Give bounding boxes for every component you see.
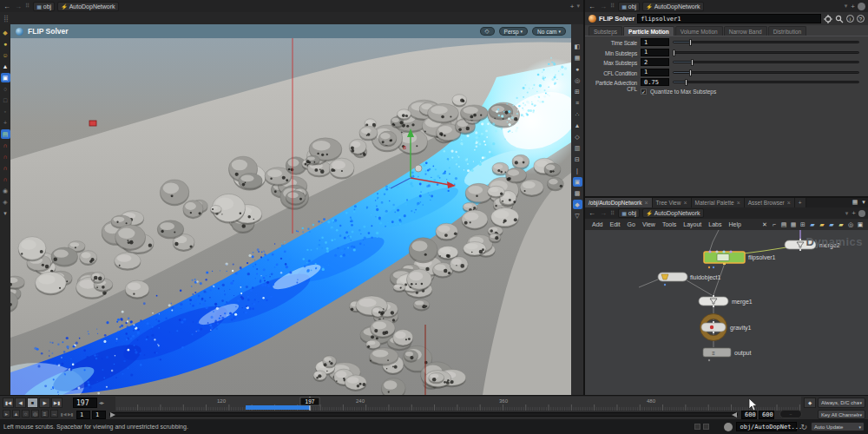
range-nav-icons[interactable]: ▮◀ ▶▮ — [61, 411, 74, 417]
param-slider[interactable] — [673, 41, 859, 43]
param-grip-icon[interactable]: ⠿ — [610, 3, 615, 10]
param-context-chip[interactable]: ▦ obj — [618, 2, 640, 11]
step-back-button[interactable]: ◀ — [15, 398, 26, 408]
param-value-field[interactable]: 1 — [641, 38, 669, 46]
tab-network[interactable]: /obj/AutoDopNetwork × — [585, 198, 653, 207]
net-radial-icon[interactable] — [858, 210, 865, 217]
play-button[interactable]: ▶ — [39, 398, 50, 408]
param-slider[interactable] — [673, 61, 859, 63]
net-grip-icon[interactable]: ⠿ — [610, 210, 615, 217]
tab-distribution[interactable]: Distribution — [768, 26, 807, 36]
scrub-pointer-icon[interactable]: ▲ — [12, 410, 20, 418]
param-pin-icon[interactable]: + — [851, 3, 855, 10]
slider-handle[interactable] — [691, 59, 694, 66]
net-find-icon[interactable]: ◎ — [846, 220, 855, 229]
net-context-chip[interactable]: ▦ obj — [618, 208, 640, 218]
info-icon[interactable]: i — [846, 15, 854, 23]
net-collapse-icon[interactable]: ▾ — [845, 210, 850, 217]
node-output[interactable]: ≡ output — [703, 348, 752, 361]
context-chip[interactable]: ▦ obj — [33, 2, 55, 11]
net-note-icon[interactable]: ▰ — [837, 220, 845, 229]
net-forward-icon[interactable]: → — [599, 209, 608, 217]
net-thumb-icon[interactable]: ▦ — [789, 220, 798, 229]
select-tool-icon[interactable]: ▲ — [1, 62, 10, 71]
range-arrow-icon[interactable]: → — [50, 410, 58, 418]
playback-start-field[interactable]: 1 — [92, 411, 106, 419]
net-shape-icon[interactable]: ▰ — [818, 220, 826, 229]
net-tools-icon[interactable]: ✕ — [760, 220, 769, 229]
snap-magnet-icon[interactable]: ∩ — [1, 141, 10, 150]
gear-icon[interactable] — [824, 15, 832, 23]
projection-dropdown[interactable]: Persp ▾ — [499, 27, 529, 36]
net-back-icon[interactable]: ← — [588, 209, 596, 217]
scene-viewport[interactable]: FLIP Solver ◇ Persp ▾ No cam ▾ — [10, 24, 571, 395]
realtime-icon[interactable]: ◎ — [31, 410, 39, 418]
view-camera-icon[interactable]: ▦ — [573, 53, 582, 62]
tab-asset-browser[interactable]: Asset Browser × — [745, 198, 795, 207]
param-slider[interactable] — [673, 71, 859, 74]
node-fluidobject1[interactable]: fluidobject1 — [658, 273, 721, 286]
pathbar-pin-icon[interactable]: + — [570, 3, 575, 10]
wire-fluid-merge1[interactable] — [687, 280, 712, 295]
param-network-chip[interactable]: ⚡ AutoDopNetwork — [642, 2, 703, 11]
close-icon[interactable]: × — [787, 200, 791, 206]
net-color-icon[interactable]: ▰ — [808, 220, 817, 229]
net-pin-icon[interactable]: + — [852, 209, 856, 217]
pane-grip-icon[interactable]: ⠿ — [25, 3, 30, 10]
param-forward-icon[interactable]: → — [599, 3, 608, 10]
view-snapshot-icon[interactable]: ▣ — [573, 177, 582, 187]
stop-button[interactable]: ■ — [27, 398, 38, 408]
view-ruler-icon[interactable]: | — [573, 166, 582, 175]
jump-start-button[interactable]: ▮◀ — [3, 398, 14, 408]
net-grid-icon[interactable]: ⊞ — [799, 220, 807, 229]
view-normals-icon[interactable]: ≡ — [573, 98, 582, 108]
current-frame-field[interactable]: 197 — [73, 398, 97, 408]
network-canvas[interactable]: Dynamics merge2 — [585, 230, 868, 395]
net-network-chip[interactable]: ⚡ AutoDopNetwork — [642, 208, 703, 218]
pane-maximize-icon[interactable]: ▦ — [851, 198, 859, 207]
new-tab-button[interactable]: + — [795, 198, 806, 207]
key-all-channels-button[interactable]: Key All Channels ▾ — [818, 410, 865, 419]
terrain-display-icon[interactable]: ▤ — [1, 129, 10, 139]
snap-prim-icon[interactable]: ∩ — [1, 163, 10, 173]
node-flipsolver1[interactable]: flipsolver1 — [704, 250, 776, 268]
refresh-icon[interactable]: ↻ — [800, 423, 807, 431]
view-shade-icon[interactable]: ◎ — [573, 76, 582, 85]
view-misc-icon[interactable]: ◉ — [1, 186, 10, 195]
param-collapse-icon[interactable]: ▾ — [845, 3, 849, 10]
pane-menu-icon[interactable]: ▾ — [859, 198, 868, 207]
slider-handle[interactable] — [689, 39, 692, 46]
update-mode-dropdown[interactable]: Auto Update ▾ — [811, 422, 865, 431]
radial-menu-icon[interactable] — [858, 3, 865, 10]
pose-tool-icon[interactable]: ◦ — [1, 107, 10, 116]
tab-tree-view[interactable]: Tree View × — [653, 198, 692, 207]
view-grid-icon[interactable]: ⊟ — [573, 155, 582, 164]
tab-narrow-band[interactable]: Narrow Band — [724, 26, 767, 36]
menu-layout[interactable]: Layout — [680, 221, 705, 227]
playback-end-field[interactable]: 600 — [741, 411, 757, 419]
menu-tools[interactable]: Tools — [659, 221, 680, 227]
keyframe-button[interactable]: ◆ — [804, 398, 816, 408]
slider-handle[interactable] — [673, 49, 675, 56]
autokey-mode-dropdown[interactable]: Always, D/C channels ▾ — [818, 398, 865, 408]
menu-help[interactable]: Help — [725, 221, 744, 227]
wire-input[interactable] — [709, 230, 719, 253]
slider-handle[interactable] — [685, 79, 687, 86]
snap-grid-icon[interactable]: ∩ — [1, 152, 10, 161]
quantize-checkbox-row[interactable]: ✓ Quantize to Max Substeps — [641, 89, 716, 95]
status-badge[interactable] — [694, 424, 700, 430]
wire-solver-merge2[interactable] — [744, 247, 786, 253]
net-ref-icon[interactable]: ▰ — [827, 220, 836, 229]
network-chip[interactable]: ⚡ AutoDopNetwork — [57, 2, 118, 11]
global-start-field[interactable]: 1 — [76, 411, 90, 419]
slider-handle[interactable] — [689, 69, 692, 76]
menu-edit[interactable]: Edit — [606, 221, 623, 227]
tab-substeps[interactable]: Substeps — [589, 26, 622, 36]
view-wire-icon[interactable]: ⊞ — [573, 87, 582, 96]
menu-go[interactable]: Go — [624, 221, 639, 227]
search-icon[interactable] — [835, 15, 844, 23]
tab-volume-motion[interactable]: Volume Motion — [675, 26, 723, 36]
forward-icon[interactable]: → — [14, 3, 23, 10]
range-start-handle[interactable] — [110, 412, 115, 418]
view-options-icon[interactable]: ▽ — [573, 211, 582, 220]
